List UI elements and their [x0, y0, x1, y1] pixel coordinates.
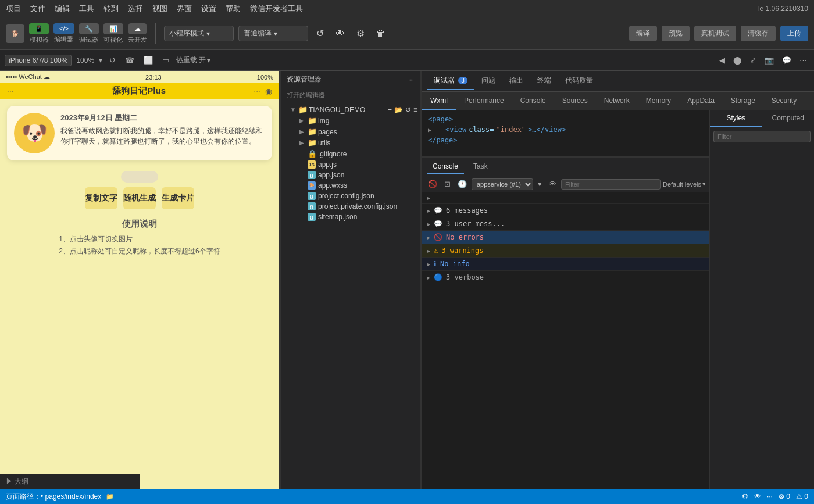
refresh-button[interactable]: ↺ — [313, 26, 327, 41]
console-item-messages[interactable]: ▶ 💬 6 messages — [422, 204, 709, 217]
console-item-arrow[interactable]: ▶ — [422, 192, 709, 204]
more-status-icon[interactable]: ··· — [767, 492, 773, 501]
tree-item-appwxss[interactable]: 🎨 app.wxss — [281, 180, 420, 191]
settings-status-icon[interactable]: ⚙ — [742, 492, 748, 501]
menu-item-settings[interactable]: 设置 — [201, 3, 216, 14]
context-selector[interactable]: appservice (#1) — [472, 178, 533, 190]
menu-item-tools[interactable]: 工具 — [79, 3, 94, 14]
console-filter-input[interactable] — [561, 179, 661, 190]
debugger-button[interactable]: 🔧 — [79, 23, 99, 34]
console-toggle-button[interactable]: ⊡ — [442, 178, 453, 190]
more-icon[interactable]: ··· — [408, 76, 414, 84]
subtab-console[interactable]: Console — [512, 92, 554, 110]
upload-button[interactable]: 上传 — [780, 26, 808, 41]
clear-cache-button[interactable]: 🗑 — [373, 26, 389, 41]
hotload-button[interactable]: 热重载 开 ▾ — [176, 55, 210, 65]
copy-text-button[interactable]: 复制文字 — [85, 187, 117, 209]
device-selector[interactable]: iPhone 6/7/8 100% — [5, 55, 72, 66]
context-arrow-button[interactable]: ▾ — [535, 178, 544, 190]
menu-item-view[interactable]: 视图 — [152, 3, 167, 14]
more-button[interactable]: ⋯ — [797, 55, 809, 66]
back-button[interactable]: ··· — [7, 87, 24, 96]
tab-problems[interactable]: 问题 — [474, 72, 502, 90]
tree-item-appjson[interactable]: {} app.json — [281, 170, 420, 180]
subtab-wxml[interactable]: Wxml — [422, 92, 456, 110]
tree-item-utils[interactable]: ▶ 📁 utils — [281, 137, 420, 148]
tree-item-sitemapjson[interactable]: {} sitemap.json — [281, 212, 420, 222]
console-item-info[interactable]: ▶ ℹ No info — [422, 258, 709, 271]
random-generate-button[interactable]: 随机生成 — [123, 187, 156, 209]
eye-button[interactable]: 👁 — [547, 178, 559, 190]
default-levels[interactable]: Default levels ▾ — [663, 180, 706, 188]
compile-dropdown[interactable]: 普通编译 ▾ — [238, 26, 308, 41]
subtab-security[interactable]: Security — [763, 92, 805, 110]
landscape-button[interactable]: ⬜ — [141, 55, 155, 66]
like-button[interactable]: —— — [121, 171, 158, 183]
subtab-storage[interactable]: Storage — [723, 92, 763, 110]
fullscreen-button[interactable]: ⤢ — [748, 55, 759, 66]
xml-line-2[interactable]: ▶ <view class="index" >…</view> — [428, 124, 704, 135]
open-editors-section[interactable]: 打开的编辑器 — [281, 88, 420, 102]
subtab-performance[interactable]: Performance — [456, 92, 512, 110]
page-path-value[interactable]: pages/index/index — [45, 492, 102, 501]
menu-item-file[interactable]: 文件 — [30, 3, 45, 14]
subtab-memory[interactable]: Memory — [638, 92, 679, 110]
eye-status-icon[interactable]: 👁 — [754, 492, 761, 501]
real-debug-button[interactable]: ⚙ — [353, 26, 368, 41]
back-nav-button[interactable]: ◀ — [717, 55, 727, 66]
tree-item-img[interactable]: ▶ 📁 img — [281, 115, 420, 126]
styles-filter-input[interactable] — [713, 131, 811, 142]
preview-button[interactable]: 👁 — [332, 26, 348, 41]
menu-item-wechat-devtools[interactable]: 微信开发者工具 — [250, 3, 303, 14]
console-tab-task[interactable]: Task — [467, 160, 494, 174]
mode-dropdown[interactable]: 小程序模式 ▾ — [164, 26, 234, 41]
translate-button[interactable]: 编译 — [629, 26, 657, 41]
console-item-user-messages[interactable]: ▶ 💬 3 user mess... — [422, 217, 709, 231]
cloud-dev-button[interactable]: ☁ — [128, 23, 147, 34]
menu-item-goto[interactable]: 转到 — [103, 3, 119, 14]
portrait-button[interactable]: ▭ — [160, 55, 172, 66]
preview-action-button[interactable]: 预览 — [662, 26, 690, 41]
tree-item-projectconfig[interactable]: {} project.config.json — [281, 191, 420, 201]
tab-debugger[interactable]: 调试器 3 — [427, 72, 474, 90]
subtab-appdata[interactable]: AppData — [679, 92, 723, 110]
screenshot-button[interactable]: 📷 — [762, 55, 776, 66]
tree-item-projectprivateconfig[interactable]: {} project.private.config.json — [281, 201, 420, 212]
tree-item-pages[interactable]: ▶ 📁 pages — [281, 126, 420, 137]
computed-tab[interactable]: Computed — [762, 110, 815, 127]
tree-item-gitignore[interactable]: 🔒 .gitignore — [281, 148, 420, 159]
refresh-tree-icon[interactable]: ↺ — [405, 106, 411, 114]
tab-output[interactable]: 输出 — [502, 72, 530, 90]
console-item-warnings[interactable]: ▶ ⚠ 3 warnings — [422, 244, 709, 258]
subtab-network[interactable]: Network — [596, 92, 638, 110]
subtab-sources[interactable]: Sources — [554, 92, 596, 110]
collapse-tree-icon[interactable]: ≡ — [413, 106, 417, 114]
menu-item-project[interactable]: 项目 — [6, 3, 21, 14]
menu-item-select[interactable]: 选择 — [128, 3, 143, 14]
add-folder-icon[interactable]: 📂 — [394, 106, 403, 114]
tab-terminal[interactable]: 终端 — [530, 72, 558, 90]
camera-icon[interactable]: ◉ — [265, 87, 272, 96]
menu-item-interface[interactable]: 界面 — [177, 3, 192, 14]
styles-tab[interactable]: Styles — [710, 110, 762, 127]
console-clear-button[interactable]: 🚫 — [426, 178, 440, 190]
console-tab-console[interactable]: Console — [427, 160, 464, 174]
console-item-verbose[interactable]: ▶ 🔵 3 verbose — [422, 271, 709, 284]
phone-frame-button[interactable]: ☎ — [123, 55, 137, 66]
menu-item-help[interactable]: 帮助 — [226, 3, 241, 14]
clear-cache-action-button[interactable]: 清缓存 — [741, 26, 776, 41]
tree-item-appjs[interactable]: JS app.js — [281, 159, 420, 170]
real-debug-action-button[interactable]: 真机调试 — [694, 26, 736, 41]
editor-button[interactable]: </> — [53, 23, 74, 34]
open-folder-icon[interactable]: 📁 — [106, 493, 114, 500]
dog-avatar[interactable]: 🐶 — [14, 113, 55, 153]
tab-code-quality[interactable]: 代码质量 — [558, 72, 600, 90]
simulator-button[interactable]: 📱 — [29, 23, 49, 34]
console-clock-button[interactable]: 🕐 — [455, 178, 469, 190]
code-button[interactable]: 💬 — [780, 55, 794, 66]
project-root[interactable]: ▼ 📁 TIANGOU_DEMO + 📂 ↺ ≡ — [281, 104, 420, 115]
home-nav-button[interactable]: ⬤ — [731, 55, 744, 66]
visualize-button[interactable]: 📊 — [103, 23, 123, 34]
ellipsis-icon[interactable]: ··· — [254, 87, 260, 96]
menu-item-edit[interactable]: 编辑 — [55, 3, 70, 14]
